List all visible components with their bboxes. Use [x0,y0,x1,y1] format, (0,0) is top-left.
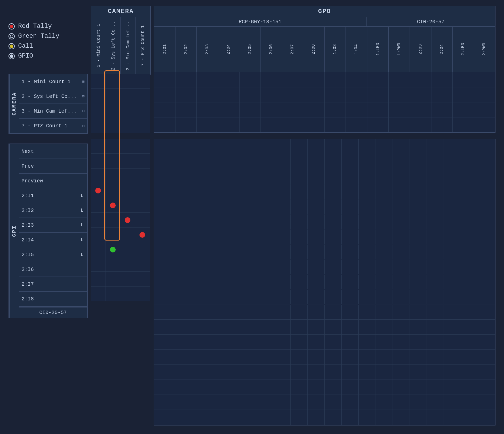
br-cell-r5-c18[interactable] [461,214,478,229]
br-cell-r2-c17[interactable] [444,169,461,184]
br-cell-r0-c17[interactable] [444,139,461,154]
camera-matrix-cell-r3-c3[interactable] [135,118,150,133]
br-cell-r4-c9[interactable] [308,199,325,214]
br-cell-r8-c7[interactable] [273,260,290,274]
gpi-matrix-cell-r8-c3[interactable] [135,257,150,272]
br-cell-r6-c5[interactable] [239,229,256,244]
gpi-matrix-cell-r5-c3[interactable] [135,213,150,227]
br-cell-r10-c17[interactable] [444,290,461,304]
br-cell-r14-c14[interactable] [393,350,410,365]
gpi-row-prev[interactable]: Prev [19,159,87,174]
br-cell-r12-c2[interactable] [188,320,205,335]
br-cell-r2-c16[interactable] [427,169,444,184]
gpo-cell-r3-c8[interactable] [325,117,346,132]
br-cell-r3-c2[interactable] [188,184,205,199]
br-cell-r12-c5[interactable] [239,320,256,335]
br-cell-r4-c1[interactable] [171,199,188,214]
gpo-cell-r3-c10[interactable] [367,117,389,132]
br-cell-r6-c0[interactable] [154,229,171,244]
br-cell-r8-c4[interactable] [222,260,239,274]
br-cell-r15-c13[interactable] [376,365,393,380]
br-cell-r18-c2[interactable] [188,410,205,425]
br-cell-r15-c1[interactable] [171,365,188,380]
br-cell-r9-c12[interactable] [359,275,376,289]
gpi-matrix-cell-r10-c0[interactable] [91,286,105,301]
br-cell-r7-c3[interactable] [205,245,222,259]
gpo-ci0-col-1[interactable]: 1:LED [367,27,389,72]
gpi-matrix-cell-r7-c1[interactable] [105,242,120,257]
br-cell-r6-c12[interactable] [359,229,376,244]
gpo-cell-r1-c10[interactable] [367,87,389,102]
camera-matrix-cell-r2-c1[interactable] [105,103,120,118]
gpo-cell-r0-c4[interactable] [240,72,261,87]
gpi-matrix-cell-r5-c0[interactable] [91,213,105,227]
camera-col-1[interactable]: 1 - Mini Court 1 [91,17,106,74]
gpo-cell-r2-c10[interactable] [367,102,389,117]
br-cell-r17-c5[interactable] [239,395,256,410]
br-cell-r1-c19[interactable] [478,154,495,169]
br-cell-r5-c16[interactable] [427,214,444,229]
br-cell-r12-c3[interactable] [205,320,222,335]
gpi-matrix-cell-r9-c1[interactable] [105,272,120,286]
br-cell-r13-c18[interactable] [461,335,478,350]
br-cell-r16-c11[interactable] [342,380,359,395]
gpo-cell-r1-c11[interactable] [389,87,410,102]
gpi-matrix-cell-r1-c1[interactable] [105,154,120,168]
camera-matrix-cell-r3-c1[interactable] [105,118,120,133]
gpo-rcp-col-7[interactable]: 2:O7 [282,27,303,72]
gpo-rcp-col-4[interactable]: 2:O4 [218,27,239,72]
gpo-cell-r2-c13[interactable] [431,102,453,117]
camera-col-2[interactable]: 2 - Sys Left Co... [106,17,121,74]
br-cell-r6-c6[interactable] [256,229,273,244]
gpo-cell-r0-c14[interactable] [453,72,474,87]
br-cell-r0-c12[interactable] [359,139,376,154]
br-cell-r14-c12[interactable] [359,350,376,365]
br-cell-r12-c12[interactable] [359,320,376,335]
br-cell-r13-c13[interactable] [376,335,393,350]
br-cell-r4-c18[interactable] [461,199,478,214]
br-cell-r0-c4[interactable] [222,139,239,154]
br-cell-r6-c14[interactable] [393,229,410,244]
gpi-row-i1[interactable]: 2:I1 L [19,188,87,203]
br-cell-r5-c4[interactable] [222,214,239,229]
br-cell-r14-c1[interactable] [171,350,188,365]
br-cell-r11-c18[interactable] [461,305,478,320]
gpo-cell-r0-c6[interactable] [282,72,303,87]
gpi-matrix-cell-r4-c2[interactable] [120,198,135,213]
br-cell-r17-c8[interactable] [291,395,308,410]
br-cell-r5-c12[interactable] [359,214,376,229]
gpo-cell-r2-c5[interactable] [261,102,282,117]
gpo-cell-r2-c8[interactable] [325,102,346,117]
br-cell-r4-c4[interactable] [222,199,239,214]
br-cell-r12-c17[interactable] [444,320,461,335]
gpi-matrix-cell-r2-c1[interactable] [105,168,120,183]
gpo-cell-r1-c6[interactable] [282,87,303,102]
gpo-cell-r1-c3[interactable] [218,87,239,102]
br-cell-r4-c16[interactable] [427,199,444,214]
br-cell-r5-c3[interactable] [205,214,222,229]
br-cell-r1-c11[interactable] [342,154,359,169]
br-cell-r14-c17[interactable] [444,350,461,365]
gpo-ci0-col-6[interactable]: 2:PWR [474,27,495,72]
br-cell-r18-c7[interactable] [273,410,290,425]
br-cell-r17-c16[interactable] [427,395,444,410]
br-cell-r10-c16[interactable] [427,290,444,304]
camera-matrix-cell-r1-c3[interactable] [135,89,150,103]
camera-matrix-cell-r3-c2[interactable] [120,118,135,133]
gpo-rcp-col-10[interactable]: 1:O4 [346,27,367,72]
br-cell-r9-c6[interactable] [256,275,273,289]
br-cell-r6-c8[interactable] [291,229,308,244]
gpi-matrix-cell-r10-c2[interactable] [120,286,135,301]
br-cell-r3-c15[interactable] [410,184,427,199]
br-cell-r11-c4[interactable] [222,305,239,320]
br-cell-r3-c12[interactable] [359,184,376,199]
br-cell-r3-c18[interactable] [461,184,478,199]
br-cell-r18-c17[interactable] [444,410,461,425]
br-cell-r4-c14[interactable] [393,199,410,214]
br-cell-r14-c11[interactable] [342,350,359,365]
br-cell-r0-c13[interactable] [376,139,393,154]
br-cell-r2-c1[interactable] [171,169,188,184]
br-cell-r17-c6[interactable] [256,395,273,410]
gpi-matrix-cell-r9-c0[interactable] [91,272,105,286]
br-cell-r5-c1[interactable] [171,214,188,229]
